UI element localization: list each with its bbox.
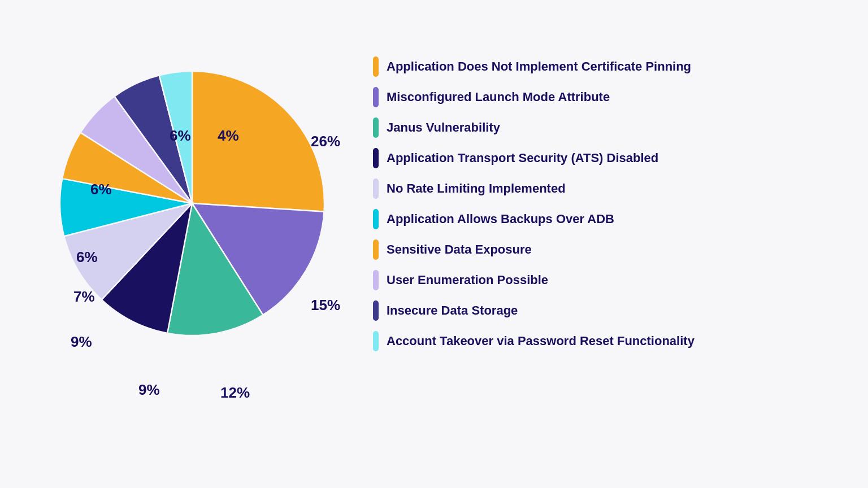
legend-swatch-backups-adb [373,209,379,229]
legend-swatch-rate-limiting [373,178,379,199]
pct-label-lbl-9a: 9% [71,333,92,351]
pct-label-lbl-15: 15% [311,297,340,314]
legend-label-ats-disabled: Application Transport Security (ATS) Dis… [387,151,658,165]
legend-label-janus: Janus Vulnerability [387,120,500,135]
legend-item-sensitive-data: Sensitive Data Exposure [373,239,834,260]
legend-item-rate-limiting: No Rate Limiting Implemented [373,178,834,199]
legend-label-rate-limiting: No Rate Limiting Implemented [387,181,566,196]
pie-chart-area: 26%15%12%9%9%7%6%6%6%4% [34,45,350,361]
legend-item-insecure-storage: Insecure Data Storage [373,300,834,321]
pct-label-lbl-7: 7% [73,288,95,306]
pct-label-lbl-6b: 6% [90,181,112,198]
legend-label-backups-adb: Application Allows Backups Over ADB [387,212,614,226]
legend-label-sensitive-data: Sensitive Data Exposure [387,242,532,257]
legend-item-ats-disabled: Application Transport Security (ATS) Dis… [373,148,834,168]
legend-swatch-ats-disabled [373,148,379,168]
legend-swatch-user-enum [373,270,379,290]
legend-item-janus: Janus Vulnerability [373,117,834,138]
legend-label-launch-mode: Misconfigured Launch Mode Attribute [387,90,610,104]
legend-swatch-launch-mode [373,87,379,107]
pct-label-lbl-6a: 6% [76,249,98,266]
pct-label-lbl-9b: 9% [138,381,160,399]
legend-swatch-janus [373,117,379,138]
legend: Application Does Not Implement Certifica… [373,45,834,351]
chart-container: 26%15%12%9%9%7%6%6%6%4% Application Does… [34,45,834,361]
legend-label-insecure-storage: Insecure Data Storage [387,303,518,318]
legend-item-account-takeover: Account Takeover via Password Reset Func… [373,331,834,351]
legend-swatch-cert-pinning [373,56,379,77]
legend-label-account-takeover: Account Takeover via Password Reset Func… [387,334,695,348]
legend-swatch-account-takeover [373,331,379,351]
pie-chart-svg [57,68,328,339]
legend-item-launch-mode: Misconfigured Launch Mode Attribute [373,87,834,107]
legend-item-cert-pinning: Application Does Not Implement Certifica… [373,56,834,77]
legend-item-user-enum: User Enumeration Possible [373,270,834,290]
pie-slice-cert-pinning [192,71,324,212]
legend-label-user-enum: User Enumeration Possible [387,273,548,287]
pct-label-lbl-12: 12% [220,384,250,402]
pct-label-lbl-4: 4% [218,127,239,145]
legend-swatch-sensitive-data [373,239,379,260]
pct-label-lbl-26: 26% [311,133,340,150]
legend-item-backups-adb: Application Allows Backups Over ADB [373,209,834,229]
legend-label-cert-pinning: Application Does Not Implement Certifica… [387,59,691,74]
legend-swatch-insecure-storage [373,300,379,321]
pct-label-lbl-6c: 6% [170,127,191,145]
